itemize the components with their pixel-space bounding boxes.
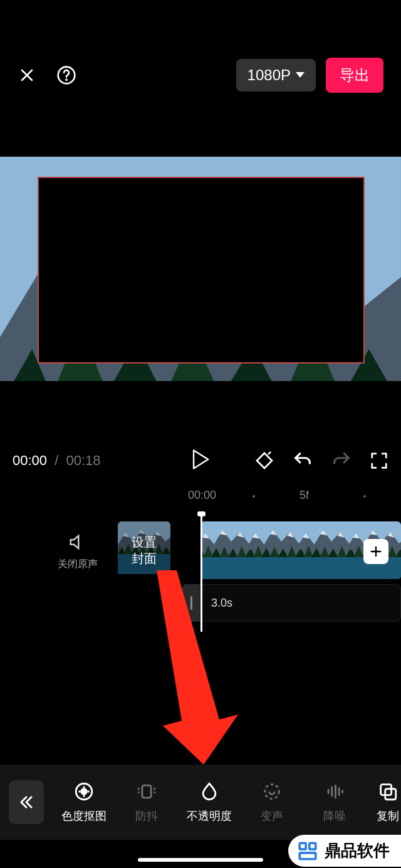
svg-marker-15 bbox=[296, 72, 305, 78]
header: 1080P 导出 bbox=[0, 60, 401, 91]
close-icon[interactable] bbox=[18, 66, 36, 85]
tool-copy[interactable]: 复制 bbox=[366, 781, 401, 824]
watermark-text: 鼎品软件 bbox=[325, 840, 390, 862]
opacity-icon bbox=[199, 781, 220, 802]
mute-label: 关闭原声 bbox=[58, 558, 98, 571]
time-total: 00:18 bbox=[66, 452, 100, 468]
ruler-mark-0: 00:00 bbox=[188, 489, 216, 502]
undo-icon[interactable] bbox=[292, 450, 313, 471]
voice-icon bbox=[261, 781, 283, 802]
watermark-logo-icon bbox=[297, 840, 318, 862]
tool-label: 色度抠图 bbox=[61, 808, 107, 824]
collapse-toolbar-button[interactable] bbox=[9, 780, 44, 824]
time-current: 00:00 bbox=[13, 452, 47, 468]
tool-chroma-key[interactable]: 色度抠图 bbox=[53, 781, 115, 824]
clip-thumb bbox=[200, 521, 251, 579]
keyframe-icon[interactable] bbox=[254, 451, 274, 471]
copy-icon bbox=[377, 781, 398, 802]
chroma-icon bbox=[73, 781, 95, 802]
export-label: 导出 bbox=[340, 66, 370, 83]
overlay-track-clip[interactable]: 3.0s bbox=[182, 584, 401, 622]
mute-button[interactable]: 关闭原声 bbox=[58, 533, 98, 571]
speaker-icon bbox=[68, 533, 87, 552]
playback-controls: 00:00 / 00:18 bbox=[0, 445, 401, 476]
video-preview[interactable] bbox=[0, 157, 401, 382]
timeline-tracks[interactable]: 关闭原声 设置 封面 3.0s bbox=[0, 514, 401, 639]
redo-icon bbox=[331, 450, 352, 471]
tool-label: 降噪 bbox=[323, 808, 346, 824]
noise-icon bbox=[324, 781, 345, 802]
clip-handle[interactable] bbox=[182, 584, 200, 622]
play-icon[interactable] bbox=[191, 449, 210, 470]
timeline-ruler[interactable]: 00:00 5f bbox=[0, 489, 401, 504]
clip-thumb bbox=[301, 521, 351, 579]
stabilize-icon bbox=[136, 781, 157, 802]
time-separator: / bbox=[55, 452, 58, 468]
plus-icon bbox=[369, 545, 383, 558]
svg-rect-20 bbox=[142, 785, 151, 798]
tool-noise-reduce[interactable]: 降噪 bbox=[303, 781, 366, 824]
tool-label: 复制 bbox=[377, 808, 399, 824]
svg-point-21 bbox=[265, 785, 279, 799]
svg-rect-26 bbox=[299, 852, 316, 859]
bottom-toolbar: 色度抠图 防抖 不透明度 变声 降噪 复制 bbox=[0, 765, 401, 840]
svg-rect-25 bbox=[310, 843, 316, 849]
cover-label: 设置 封面 bbox=[132, 534, 157, 567]
resolution-label: 1080P bbox=[247, 66, 291, 84]
tool-label: 防抖 bbox=[135, 808, 158, 824]
playhead[interactable] bbox=[200, 514, 202, 632]
svg-point-14 bbox=[66, 80, 66, 80]
tool-opacity[interactable]: 不透明度 bbox=[178, 781, 241, 824]
svg-marker-16 bbox=[194, 450, 208, 468]
home-indicator bbox=[138, 858, 263, 862]
tool-stabilize[interactable]: 防抖 bbox=[115, 781, 178, 824]
overlay-clip[interactable] bbox=[38, 177, 365, 363]
clip-thumb bbox=[251, 521, 301, 579]
resolution-button[interactable]: 1080P bbox=[236, 59, 316, 92]
fullscreen-icon[interactable] bbox=[370, 451, 388, 470]
tool-voice-change[interactable]: 变声 bbox=[241, 781, 303, 824]
watermark-badge: 鼎品软件 bbox=[288, 835, 401, 867]
tool-label: 变声 bbox=[261, 808, 283, 824]
ruler-mark-1: 5f bbox=[299, 489, 309, 502]
help-icon[interactable] bbox=[56, 65, 76, 85]
add-clip-button[interactable] bbox=[363, 539, 388, 564]
svg-point-19 bbox=[81, 789, 87, 795]
caret-down-icon bbox=[296, 72, 305, 78]
tool-label: 不透明度 bbox=[187, 808, 232, 824]
set-cover-button[interactable]: 设置 封面 bbox=[118, 521, 170, 579]
clip-duration: 3.0s bbox=[211, 597, 232, 610]
svg-rect-24 bbox=[299, 843, 306, 849]
time-display: 00:00 / 00:18 bbox=[13, 452, 101, 469]
export-button[interactable]: 导出 bbox=[326, 58, 383, 93]
chevron-double-left-icon bbox=[18, 793, 35, 811]
